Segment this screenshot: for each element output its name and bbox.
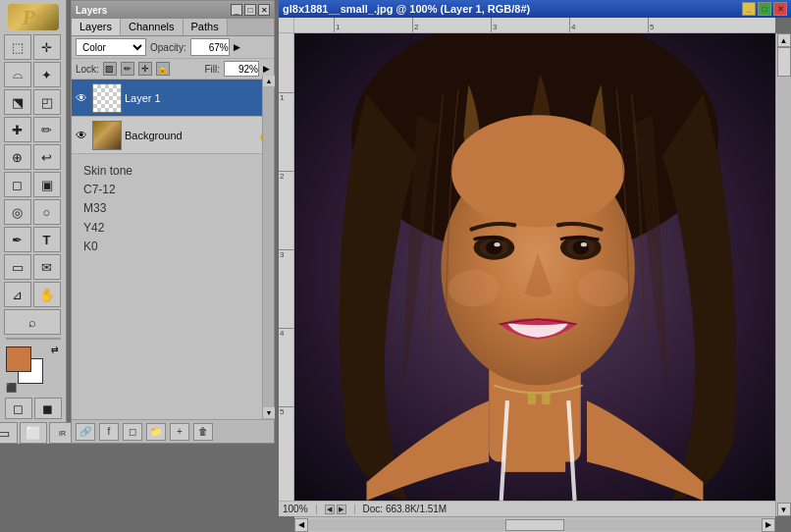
opacity-label: Opacity: — [150, 42, 186, 53]
svg-point-15 — [448, 270, 500, 306]
layer-item-background[interactable]: 👁 Background 🔒 — [72, 117, 274, 154]
scroll-h-track — [308, 519, 762, 531]
crop-tool[interactable]: ⬔ — [4, 89, 31, 115]
canvas-minimize-btn[interactable]: _ — [742, 2, 756, 16]
scroll-v-down-btn[interactable]: ▼ — [777, 503, 791, 516]
status-nav-controls: ◀ ▶ — [325, 505, 346, 514]
background-visibility-toggle[interactable]: 👁 — [74, 128, 89, 143]
hand-tool[interactable]: ✋ — [33, 282, 61, 307]
add-mask-btn[interactable]: ◻ — [123, 423, 142, 441]
tab-channels[interactable]: Channels — [121, 19, 183, 35]
shape-tool[interactable]: ▭ — [4, 254, 31, 280]
canvas-titlebar-buttons: _ □ ✕ — [742, 2, 787, 16]
new-layer-btn[interactable]: + — [170, 423, 189, 441]
layer1-visibility-toggle[interactable]: 👁 — [74, 90, 89, 106]
ruler-h-tick-1: 1 — [334, 18, 340, 32]
lock-label: Lock: — [76, 64, 99, 75]
blend-mode-select[interactable]: Color — [76, 38, 146, 56]
brush-tool[interactable]: ✏ — [33, 117, 61, 142]
canvas-close-btn[interactable]: ✕ — [773, 2, 787, 16]
gradient-tool[interactable]: ▣ — [33, 172, 61, 197]
magic-wand-tool[interactable]: ✦ — [33, 62, 61, 87]
delete-layer-btn[interactable]: 🗑 — [193, 423, 213, 441]
tool-separator — [6, 338, 61, 340]
layers-scroll-down-btn[interactable]: ▼ — [263, 407, 275, 419]
photoshop-window: Ps ⬚ ✛ ⌓ ✦ ⬔ ◰ ✚ ✏ ⊕ ↩ ◻ ▣ ◎ ○ ✒ T ▭ ✉ ⊿… — [0, 0, 791, 532]
background-thumbnail — [92, 121, 122, 150]
toolbox: Ps ⬚ ✛ ⌓ ✦ ⬔ ◰ ✚ ✏ ⊕ ↩ ◻ ▣ ◎ ○ ✒ T ▭ ✉ ⊿… — [0, 0, 67, 444]
move-tool[interactable]: ✛ — [33, 34, 61, 60]
layers-list: 👁 Layer 1 👁 Background 🔒 — [72, 80, 274, 154]
blur-tool[interactable]: ◎ — [4, 199, 31, 225]
scroll-v-up-btn[interactable]: ▲ — [777, 33, 791, 47]
status-nav-right-btn[interactable]: ▶ — [337, 505, 346, 514]
screen-mode-btn[interactable]: ▭ — [0, 422, 18, 444]
foreground-color-swatch[interactable] — [6, 346, 31, 372]
zoom-tool[interactable]: ⌕ — [4, 309, 61, 335]
canvas-scrollbar-horizontal[interactable]: ◀ ▶ — [294, 516, 775, 532]
notes-tool[interactable]: ✉ — [33, 254, 61, 280]
lock-position-icon[interactable]: ✛ — [138, 62, 152, 76]
layers-close-btn[interactable]: ✕ — [258, 4, 270, 16]
layers-minimize-btn[interactable]: _ — [231, 4, 242, 16]
default-colors-icon[interactable]: ⬛ — [6, 383, 17, 393]
layers-panel-titlebar: Layers _ □ ✕ — [72, 1, 274, 19]
opacity-arrow[interactable]: ▶ — [234, 42, 240, 52]
text-tool[interactable]: T — [33, 227, 61, 252]
note-skin-tone: Skin tone — [83, 162, 262, 181]
standard-mode-btn[interactable]: ◻ — [5, 398, 32, 419]
ruler-v-tick-1: 1 — [279, 92, 293, 102]
slice-tool[interactable]: ◰ — [33, 89, 61, 115]
healing-tool[interactable]: ✚ — [4, 117, 31, 142]
canvas-titlebar: gl8x1881__small_.jpg @ 100% (Layer 1, RG… — [279, 0, 791, 18]
app-logo: Ps — [8, 4, 59, 30]
history-tool[interactable]: ↩ — [33, 144, 61, 170]
lock-transparency-icon[interactable]: ▨ — [103, 62, 117, 76]
lasso-tool[interactable]: ⌓ — [4, 62, 31, 87]
layers-controls-row: Color Opacity: ▶ — [72, 36, 274, 59]
add-link-btn[interactable]: 🔗 — [76, 423, 95, 441]
clone-tool[interactable]: ⊕ — [4, 144, 31, 170]
mode-tools: ◻ ◼ ▭ ⬜ IR — [0, 398, 77, 444]
add-effect-btn[interactable]: f — [99, 423, 119, 441]
note-cyan: C7-12 — [83, 181, 262, 199]
status-divider-2 — [354, 505, 355, 514]
eraser-tool[interactable]: ◻ — [4, 172, 31, 197]
scroll-h-thumb[interactable] — [505, 519, 564, 531]
layers-scroll-up-btn[interactable]: ▲ — [263, 76, 275, 87]
scroll-h-left-btn[interactable]: ◀ — [294, 518, 308, 532]
layer-item-layer1[interactable]: 👁 Layer 1 — [72, 80, 274, 117]
eyedropper-tool[interactable]: ⊿ — [4, 282, 31, 307]
new-group-btn[interactable]: 📁 — [146, 423, 166, 441]
swap-colors-icon[interactable]: ⇄ — [51, 345, 59, 354]
tab-layers[interactable]: Layers — [72, 19, 121, 35]
pen-tool[interactable]: ✒ — [4, 227, 31, 252]
note-black: K0 — [83, 238, 262, 256]
fullscreen-btn[interactable]: ⬜ — [20, 422, 47, 444]
lock-pixels-icon[interactable]: ✏ — [121, 62, 134, 76]
dodge-tool[interactable]: ○ — [33, 199, 61, 225]
svg-point-9 — [486, 240, 502, 255]
lock-all-icon[interactable]: 🔒 — [156, 62, 170, 76]
scroll-h-right-btn[interactable]: ▶ — [762, 518, 775, 532]
quick-mask-btn[interactable]: ◼ — [34, 398, 62, 419]
zoom-level: 100% — [283, 504, 308, 514]
ruler-v-tick-2: 2 — [279, 171, 293, 181]
note-magenta: M33 — [83, 199, 262, 218]
marquee-tool[interactable]: ⬚ — [4, 34, 31, 60]
canvas-maximize-btn[interactable]: □ — [758, 2, 771, 16]
layers-maximize-btn[interactable]: □ — [244, 4, 256, 16]
fill-input[interactable] — [224, 61, 259, 77]
svg-point-16 — [578, 270, 629, 306]
layers-scrollbar[interactable]: ▲ ▼ — [262, 76, 274, 419]
ruler-corner — [279, 18, 294, 33]
canvas-area — [294, 33, 775, 501]
status-nav-left-btn[interactable]: ◀ — [325, 505, 335, 514]
opacity-input[interactable] — [190, 38, 230, 56]
tab-paths[interactable]: Paths — [184, 19, 228, 35]
canvas-scrollbar-vertical[interactable]: ▲ ▼ — [775, 33, 791, 516]
scroll-v-thumb[interactable] — [777, 47, 791, 77]
fill-arrow[interactable]: ▶ — [263, 64, 270, 74]
layers-lock-row: Lock: ▨ ✏ ✛ 🔒 Fill: ▶ — [72, 59, 274, 80]
canvas-window: gl8x1881__small_.jpg @ 100% (Layer 1, RG… — [279, 0, 791, 532]
